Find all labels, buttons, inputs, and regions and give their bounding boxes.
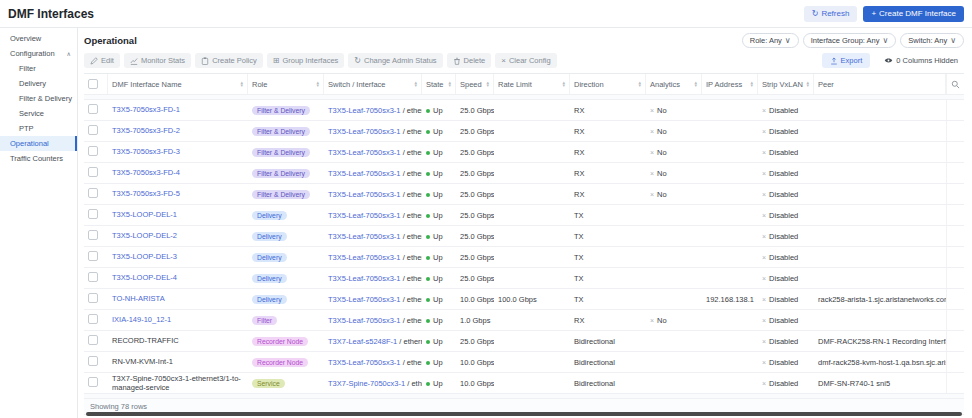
- create-dmf-interface-button[interactable]: + Create DMF Interface: [863, 6, 964, 22]
- row-checkbox[interactable]: [88, 272, 98, 282]
- row-checkbox[interactable]: [88, 356, 98, 366]
- interface-name-link[interactable]: T3X5-7050sx3-FD-3: [108, 147, 248, 156]
- switch-link[interactable]: T3X5-Leaf-7050sx3-1: [328, 253, 401, 262]
- switch-link[interactable]: T3X7-Leaf-s5248F-1: [328, 337, 397, 346]
- column-header-switch-interface[interactable]: Switch / Interface ▴▾: [324, 74, 422, 94]
- toolbar-delete[interactable]: Delete: [447, 53, 492, 68]
- row-checkbox[interactable]: [88, 230, 98, 240]
- table-row[interactable]: T3X5-7050sx3-FD-4 Filter & Delivery T3X5…: [84, 163, 964, 184]
- row-checkbox[interactable]: [88, 251, 98, 261]
- column-header-speed[interactable]: Speed ▴▾: [456, 74, 494, 94]
- switch-link[interactable]: T3X7-Spine-7050cx3-1: [328, 379, 405, 388]
- row-checkbox[interactable]: [88, 293, 98, 303]
- switch-link[interactable]: T3X5-Leaf-7050sx3-1: [328, 316, 401, 325]
- sort-icon[interactable]: ▴▾: [448, 81, 451, 87]
- table-row[interactable]: T3X7-Spine-7050cx3-1-ethernet3/1-to-mana…: [84, 373, 964, 394]
- interface-name-link[interactable]: T3X5-7050sx3-FD-4: [108, 168, 248, 177]
- table-row[interactable]: T3X5-7050sx3-FD-2 Filter & Delivery T3X5…: [84, 121, 964, 142]
- interface-name-link[interactable]: T3X5-7050sx3-FD-1: [108, 105, 248, 114]
- table-row[interactable]: T3X5-LOOP-DEL-1 Delivery T3X5-Leaf-7050s…: [84, 205, 964, 226]
- sidebar-item-filter[interactable]: Filter: [0, 61, 77, 76]
- switch-link[interactable]: T3X5-Leaf-7050sx3-1: [328, 127, 401, 136]
- sidebar-item-configuration[interactable]: Configuration ∧: [0, 46, 77, 61]
- column-header-analytics[interactable]: Analytics ▴▾: [646, 74, 702, 94]
- table-row[interactable]: T3X5-7050sx3-FD-5 Filter & Delivery T3X5…: [84, 184, 964, 205]
- table-row[interactable]: RECORD-TRAFFIC Recorder Node T3X7-Leaf-s…: [84, 331, 964, 352]
- toolbar-create-policy[interactable]: Create Policy: [195, 53, 263, 68]
- filter-pill-interface-group-any[interactable]: Interface Group: Any ∨: [803, 33, 897, 48]
- sidebar-item-traffic-counters[interactable]: Traffic Counters: [0, 151, 77, 166]
- interface-name-link[interactable]: T3X5-LOOP-DEL-3: [108, 252, 248, 261]
- table-row[interactable]: T3X5-LOOP-DEL-3 Delivery T3X5-Leaf-7050s…: [84, 247, 964, 268]
- sidebar-item-overview[interactable]: Overview: [0, 31, 77, 46]
- toolbar-monitor-stats[interactable]: Monitor Stats: [124, 53, 191, 68]
- sidebar-item-operational[interactable]: Operational: [0, 136, 77, 151]
- columns-hidden-button[interactable]: 0 Columns Hidden: [878, 55, 964, 66]
- row-checkbox[interactable]: [88, 335, 98, 345]
- row-checkbox[interactable]: [88, 188, 98, 198]
- interface-name-link[interactable]: T3X5-7050sx3-FD-5: [108, 189, 248, 198]
- sort-icon[interactable]: ▴▾: [316, 81, 319, 87]
- interface-name-link[interactable]: RN-VM-KVM-Int-1: [108, 357, 248, 366]
- refresh-button[interactable]: ↻ Refresh: [804, 6, 858, 22]
- row-checkbox[interactable]: [88, 125, 98, 135]
- toolbar-group-interfaces[interactable]: ⊞ Group Interfaces: [267, 53, 345, 68]
- column-header-dmf-interface-name[interactable]: DMF Interface Name ▴▾: [108, 74, 248, 94]
- switch-link[interactable]: T3X5-Leaf-7050sx3-1: [328, 295, 401, 304]
- horizontal-scrollbar[interactable]: [86, 412, 962, 416]
- row-checkbox[interactable]: [88, 209, 98, 219]
- column-header-ip-address[interactable]: IP Address ▴▾: [702, 74, 758, 94]
- filter-pill-role-any[interactable]: Role: Any ∨: [742, 33, 799, 48]
- row-checkbox[interactable]: [88, 314, 98, 324]
- sort-icon[interactable]: ▴▾: [486, 81, 489, 87]
- row-checkbox[interactable]: [88, 146, 98, 156]
- toolbar-clear-config[interactable]: × Clear Config: [495, 53, 556, 68]
- filter-pill-switch-any[interactable]: Switch: Any ∨: [900, 33, 964, 48]
- sidebar-item-ptp[interactable]: PTP: [0, 121, 77, 136]
- column-header-role[interactable]: Role ▴▾: [248, 74, 324, 94]
- sidebar-item-delivery[interactable]: Delivery: [0, 76, 77, 91]
- interface-name-link[interactable]: T3X5-LOOP-DEL-1: [108, 210, 248, 219]
- table-row[interactable]: IXIA-149-10_12-1 Filter T3X5-Leaf-7050sx…: [84, 310, 964, 331]
- export-button[interactable]: Export: [822, 53, 871, 68]
- interface-name-link[interactable]: T3X5-7050sx3-FD-2: [108, 126, 248, 135]
- interface-name-link[interactable]: T3X7-Spine-7050cx3-1-ethernet3/1-to-mana…: [108, 374, 248, 393]
- interface-name-link[interactable]: IXIA-149-10_12-1: [108, 315, 248, 324]
- column-header-strip-vxlan[interactable]: Strip VxLAN ▴▾: [758, 74, 814, 94]
- table-row[interactable]: T3X5-7050sx3-FD-3 Filter & Delivery T3X5…: [84, 142, 964, 163]
- sidebar-item-filter-delivery[interactable]: Filter & Delivery: [0, 91, 77, 106]
- switch-link[interactable]: T3X5-Leaf-7050sx3-1: [328, 274, 401, 283]
- row-checkbox[interactable]: [88, 167, 98, 177]
- column-header-state[interactable]: State ▴▾: [422, 74, 456, 94]
- table-row[interactable]: TO-NH-ARISTA Delivery T3X5-Leaf-7050sx3-…: [84, 289, 964, 310]
- sort-icon[interactable]: ▴▾: [806, 81, 809, 87]
- column-header-direction[interactable]: Direction ▴▾: [570, 74, 646, 94]
- table-row[interactable]: T3X5-7050sx3-FD-1 Filter & Delivery T3X5…: [84, 100, 964, 121]
- switch-link[interactable]: T3X5-Leaf-7050sx3-1: [328, 190, 401, 199]
- column-header-peer[interactable]: Peer: [814, 74, 946, 94]
- search-icon[interactable]: [951, 80, 960, 89]
- toolbar-change-admin-status[interactable]: ↻ Change Admin Status: [348, 53, 442, 68]
- table-row[interactable]: RN-VM-KVM-Int-1 Recorder Node T3X5-Leaf-…: [84, 352, 964, 373]
- row-checkbox[interactable]: [88, 377, 98, 387]
- sort-icon[interactable]: ▴▾: [562, 81, 565, 87]
- select-all-checkbox[interactable]: [88, 79, 98, 89]
- interface-name-link[interactable]: T3X5-LOOP-DEL-2: [108, 231, 248, 240]
- sort-icon[interactable]: ▴▾: [694, 81, 697, 87]
- sort-icon[interactable]: ▴▾: [638, 81, 641, 87]
- sort-icon[interactable]: ▴▾: [750, 81, 753, 87]
- column-header-rate-limit[interactable]: Rate Limit ▴▾: [494, 74, 570, 94]
- sort-icon[interactable]: ▴▾: [414, 81, 417, 87]
- toolbar-edit[interactable]: Edit: [84, 53, 120, 68]
- switch-link[interactable]: T3X5-Leaf-7050sx3-1: [328, 169, 401, 178]
- switch-link[interactable]: T3X5-Leaf-7050sx3-1: [328, 106, 401, 115]
- switch-link[interactable]: T3X5-Leaf-7050sx3-1: [328, 358, 401, 367]
- table-row[interactable]: T3X5-LOOP-DEL-4 Delivery T3X5-Leaf-7050s…: [84, 268, 964, 289]
- interface-name-link[interactable]: RECORD-TRAFFIC: [108, 336, 248, 345]
- table-row[interactable]: T3X5-LOOP-DEL-2 Delivery T3X5-Leaf-7050s…: [84, 226, 964, 247]
- sort-icon[interactable]: ▴▾: [240, 81, 243, 87]
- interface-name-link[interactable]: TO-NH-ARISTA: [108, 294, 248, 303]
- switch-link[interactable]: T3X5-Leaf-7050sx3-1: [328, 148, 401, 157]
- row-checkbox[interactable]: [88, 104, 98, 114]
- switch-link[interactable]: T3X5-Leaf-7050sx3-1: [328, 211, 401, 220]
